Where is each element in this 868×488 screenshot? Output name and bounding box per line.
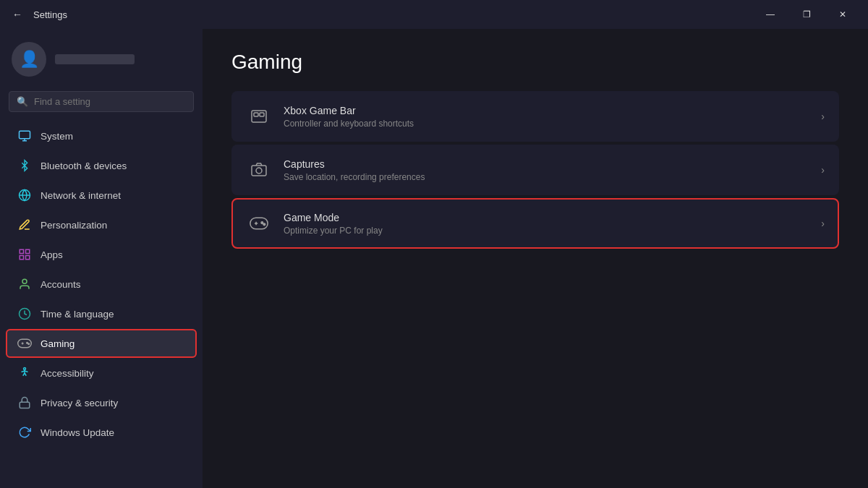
title-bar-controls: — ❐ ✕ bbox=[754, 3, 859, 26]
game-mode-icon bbox=[246, 210, 272, 236]
nav-items: System Bluetooth & devices Network & int… bbox=[0, 121, 203, 488]
setting-item-captures[interactable]: Captures Save location, recording prefer… bbox=[231, 145, 839, 195]
game-mode-subtitle: Optimize your PC for play bbox=[284, 226, 821, 236]
sidebar-item-label-update: Windows Update bbox=[41, 427, 114, 438]
sidebar-item-label-network: Network & internet bbox=[41, 190, 121, 201]
sidebar-item-label-accessibility: Accessibility bbox=[41, 368, 94, 379]
sidebar-item-privacy[interactable]: Privacy & security bbox=[6, 388, 197, 417]
username-bar bbox=[55, 54, 135, 64]
svg-rect-0 bbox=[20, 131, 30, 139]
sidebar-item-accessibility[interactable]: Accessibility bbox=[6, 359, 197, 388]
window-title: Settings bbox=[33, 9, 67, 20]
apps-icon bbox=[17, 247, 32, 262]
minimize-button[interactable]: — bbox=[754, 3, 787, 26]
xbox-game-bar-icon bbox=[246, 103, 272, 129]
captures-text: Captures Save location, recording prefer… bbox=[284, 158, 821, 182]
xbox-game-bar-title: Xbox Game Bar bbox=[284, 105, 821, 116]
search-input[interactable] bbox=[34, 96, 186, 107]
sidebar-item-label-accounts: Accounts bbox=[41, 279, 81, 290]
svg-rect-17 bbox=[260, 113, 264, 116]
sidebar-item-label-system: System bbox=[41, 131, 73, 142]
sidebar-item-personalization[interactable]: Personalization bbox=[6, 210, 197, 239]
sidebar-item-label-time: Time & language bbox=[41, 309, 114, 320]
sidebar-item-update[interactable]: Windows Update bbox=[6, 418, 197, 447]
privacy-icon bbox=[17, 395, 32, 410]
svg-rect-4 bbox=[26, 256, 30, 260]
svg-rect-3 bbox=[26, 249, 30, 253]
accounts-icon bbox=[17, 277, 32, 291]
xbox-game-bar-text: Xbox Game Bar Controller and keyboard sh… bbox=[284, 105, 821, 129]
settings-window: ← Settings — ❐ ✕ 👤 🔍 bbox=[0, 0, 868, 488]
sidebar-item-label-privacy: Privacy & security bbox=[41, 398, 118, 408]
search-icon: 🔍 bbox=[17, 96, 28, 107]
svg-rect-18 bbox=[252, 166, 266, 176]
svg-point-24 bbox=[263, 223, 265, 226]
svg-point-6 bbox=[22, 279, 27, 283]
back-button[interactable]: ← bbox=[9, 6, 26, 23]
avatar[interactable]: 👤 bbox=[12, 42, 46, 77]
xbox-game-bar-chevron: › bbox=[821, 111, 825, 122]
svg-rect-5 bbox=[20, 256, 23, 260]
svg-rect-16 bbox=[254, 113, 258, 116]
sidebar-item-accounts[interactable]: Accounts bbox=[6, 270, 197, 299]
game-mode-text: Game Mode Optimize your PC for play bbox=[284, 212, 821, 236]
setting-item-xbox-game-bar[interactable]: Xbox Game Bar Controller and keyboard sh… bbox=[231, 91, 839, 142]
time-icon bbox=[17, 307, 32, 321]
title-bar-left: ← Settings bbox=[9, 6, 67, 23]
search-box[interactable]: 🔍 bbox=[9, 91, 194, 112]
sidebar-item-apps[interactable]: Apps bbox=[6, 240, 197, 269]
captures-icon bbox=[246, 157, 272, 183]
sidebar-item-gaming[interactable]: Gaming bbox=[6, 329, 197, 358]
sidebar-item-bluetooth[interactable]: Bluetooth & devices bbox=[6, 151, 197, 180]
svg-rect-14 bbox=[20, 402, 30, 408]
sidebar-item-system[interactable]: System bbox=[6, 121, 197, 150]
svg-point-19 bbox=[256, 168, 262, 174]
sidebar-item-label-gaming: Gaming bbox=[41, 338, 75, 349]
close-button[interactable]: ✕ bbox=[826, 3, 859, 26]
sidebar-item-time[interactable]: Time & language bbox=[6, 299, 197, 328]
settings-list: Xbox Game Bar Controller and keyboard sh… bbox=[231, 91, 839, 249]
user-section: 👤 bbox=[0, 35, 203, 91]
personalization-icon bbox=[17, 218, 32, 232]
system-icon bbox=[17, 129, 32, 143]
svg-point-11 bbox=[27, 342, 28, 343]
avatar-icon: 👤 bbox=[20, 50, 39, 69]
title-bar: ← Settings — ❐ ✕ bbox=[0, 0, 868, 29]
sidebar-item-network[interactable]: Network & internet bbox=[6, 181, 197, 210]
page-title: Gaming bbox=[231, 51, 839, 74]
network-icon bbox=[17, 188, 32, 202]
gaming-nav-icon bbox=[17, 336, 32, 351]
svg-point-12 bbox=[28, 343, 30, 345]
svg-point-23 bbox=[261, 222, 263, 224]
sidebar-item-label-personalization: Personalization bbox=[41, 220, 107, 231]
main-content: Gaming Xbox Game Bar Controller and keyb… bbox=[203, 29, 868, 488]
content-area: 👤 🔍 System Blu bbox=[0, 29, 868, 488]
svg-rect-2 bbox=[20, 249, 23, 253]
xbox-game-bar-subtitle: Controller and keyboard shortcuts bbox=[284, 119, 821, 129]
accessibility-icon bbox=[17, 366, 32, 380]
setting-item-game-mode[interactable]: Game Mode Optimize your PC for play › bbox=[231, 198, 839, 249]
bluetooth-icon bbox=[17, 158, 32, 173]
svg-point-13 bbox=[24, 368, 26, 370]
captures-subtitle: Save location, recording preferences bbox=[284, 172, 821, 182]
update-icon bbox=[17, 425, 32, 440]
captures-chevron: › bbox=[821, 164, 825, 176]
sidebar: 👤 🔍 System Blu bbox=[0, 29, 203, 488]
game-mode-title: Game Mode bbox=[284, 212, 821, 223]
sidebar-item-label-bluetooth: Bluetooth & devices bbox=[41, 160, 127, 171]
game-mode-chevron: › bbox=[821, 218, 825, 229]
sidebar-item-label-apps: Apps bbox=[41, 249, 63, 260]
captures-title: Captures bbox=[284, 158, 821, 170]
maximize-button[interactable]: ❐ bbox=[790, 3, 823, 26]
